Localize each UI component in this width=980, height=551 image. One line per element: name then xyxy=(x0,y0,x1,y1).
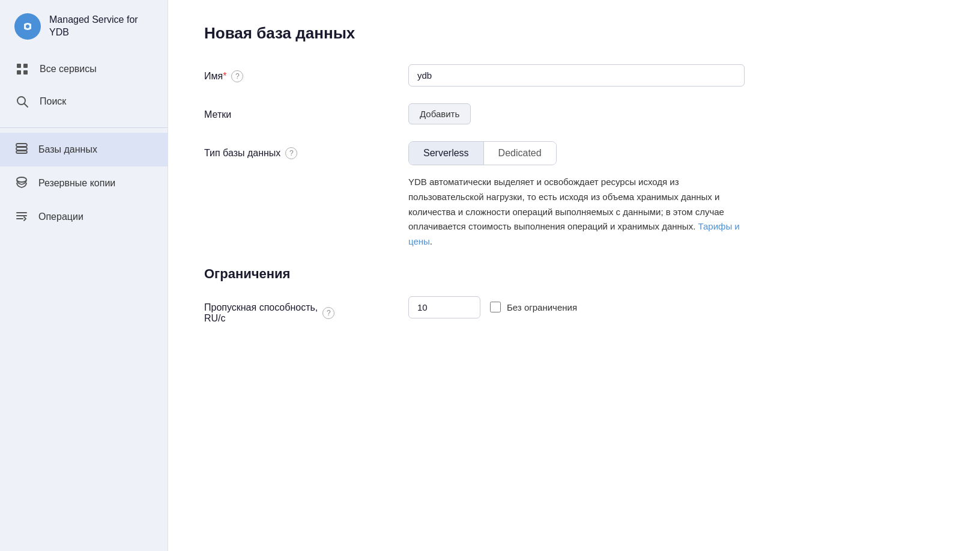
sidebar-item-operations[interactable]: Операции xyxy=(0,200,168,234)
svg-rect-8 xyxy=(16,144,27,147)
sidebar-item-all-services[interactable]: Все сервисы xyxy=(0,53,168,85)
db-type-selector: Serverless Dedicated xyxy=(408,141,557,165)
name-input-col xyxy=(408,64,745,87)
all-services-label: Все сервисы xyxy=(40,64,97,75)
service-name: Managed Service for YDB xyxy=(49,14,153,39)
svg-rect-10 xyxy=(16,151,27,153)
database-icon xyxy=(14,141,29,158)
main-content: Новая база данных Имя* ? Метки Добавить xyxy=(168,0,980,551)
throughput-controls: Без ограничения xyxy=(408,296,745,318)
throughput-row: Пропускная способность, RU/с ? Без огран… xyxy=(204,296,745,324)
throughput-control-col: Без ограничения xyxy=(408,296,745,318)
no-limit-label[interactable]: Без ограничения xyxy=(507,302,577,312)
svg-rect-5 xyxy=(23,70,28,75)
throughput-help-icon[interactable]: ? xyxy=(322,307,334,319)
db-type-control-col: Serverless Dedicated YDB автоматически в… xyxy=(408,141,745,249)
throughput-label-col: Пропускная способность, RU/с ? xyxy=(204,296,384,324)
throughput-label-line2: RU/с xyxy=(204,313,318,324)
svg-rect-3 xyxy=(23,64,28,68)
databases-label: Базы данных xyxy=(38,144,97,155)
logo-icon xyxy=(14,13,41,40)
name-required-star: * xyxy=(223,71,226,81)
db-type-dedicated-button[interactable]: Dedicated xyxy=(484,142,556,165)
tags-label: Метки xyxy=(204,109,231,120)
grid-icon xyxy=(14,61,30,77)
no-limit-row: Без ограничения xyxy=(490,302,577,312)
throughput-input[interactable] xyxy=(408,296,480,318)
tags-label-col: Метки xyxy=(204,103,384,120)
svg-rect-2 xyxy=(17,64,21,68)
sidebar-item-backups[interactable]: Резервные копии xyxy=(0,166,168,200)
sidebar-item-databases[interactable]: Базы данных xyxy=(0,133,168,166)
sidebar-logo-area[interactable]: Managed Service for YDB xyxy=(0,0,168,53)
search-icon xyxy=(14,94,30,109)
svg-point-11 xyxy=(17,177,26,182)
search-label: Поиск xyxy=(40,96,66,107)
throughput-label-multiline: Пропускная способность, RU/с xyxy=(204,302,318,324)
sidebar-item-search[interactable]: Поиск xyxy=(0,85,168,118)
name-label: Имя* xyxy=(204,71,226,82)
name-help-icon[interactable]: ? xyxy=(231,70,243,82)
throughput-label-line1: Пропускная способность, xyxy=(204,302,318,313)
tags-row: Метки Добавить xyxy=(204,103,745,124)
backups-label: Резервные копии xyxy=(38,178,115,189)
db-type-label-col: Тип базы данных ? xyxy=(204,141,384,159)
db-type-serverless-button[interactable]: Serverless xyxy=(409,142,484,165)
no-limit-checkbox[interactable] xyxy=(490,302,501,312)
db-type-help-icon[interactable]: ? xyxy=(285,147,297,159)
name-label-col: Имя* ? xyxy=(204,64,384,82)
sidebar-divider xyxy=(0,127,168,128)
limits-heading: Ограничения xyxy=(204,266,745,282)
operations-label: Операции xyxy=(38,212,83,222)
add-tag-button[interactable]: Добавить xyxy=(408,103,471,124)
db-type-row: Тип базы данных ? Serverless Dedicated Y… xyxy=(204,141,745,249)
svg-point-1 xyxy=(26,25,29,28)
operations-icon xyxy=(14,209,29,225)
tags-control-col: Добавить xyxy=(408,103,745,124)
name-row: Имя* ? xyxy=(204,64,745,87)
name-input[interactable] xyxy=(408,64,745,87)
db-type-label: Тип базы данных xyxy=(204,148,280,159)
backup-icon xyxy=(14,175,29,192)
svg-line-7 xyxy=(25,104,28,108)
svg-rect-9 xyxy=(16,147,27,150)
create-db-form: Имя* ? Метки Добавить Тип базы данных ? xyxy=(204,64,745,324)
page-title: Новая база данных xyxy=(204,24,944,43)
db-type-description: YDB автоматически выделяет и освобождает… xyxy=(408,175,745,249)
sidebar: Managed Service for YDB Все сервисы Поис… xyxy=(0,0,168,551)
svg-rect-4 xyxy=(17,70,21,75)
